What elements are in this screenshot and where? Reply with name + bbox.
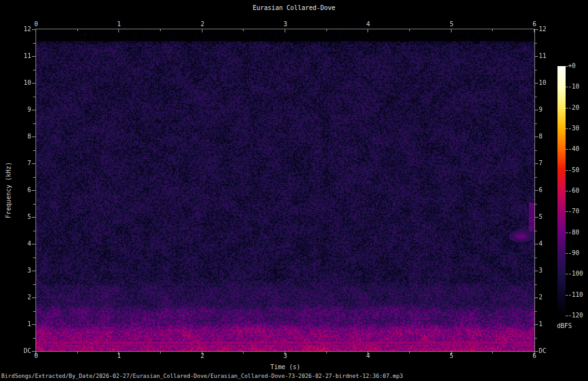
freq-tick-right	[534, 110, 538, 110]
freq-tick-label-left: 11	[12, 53, 31, 59]
time-tick-top	[36, 29, 36, 32]
freq-tick-label-right: 3	[539, 268, 557, 274]
freq-tick-label-left: 2	[12, 294, 31, 301]
time-tick-bottom	[409, 351, 410, 354]
time-tick-top	[285, 29, 285, 32]
freq-tick-label-right: 2	[539, 294, 557, 301]
freq-tick-right	[534, 297, 538, 298]
freq-tick-left	[33, 311, 36, 312]
freq-tick-left	[33, 177, 36, 178]
time-tick-label-bottom: 5	[442, 353, 461, 359]
time-tick-label-top: 5	[442, 21, 461, 27]
y-axis-title: Frequency (kHz)	[6, 162, 12, 218]
page-title: Eurasian Collared-Dove	[0, 5, 588, 11]
spectrogram-window: Eurasian Collared-Dove Frequency (kHz) T…	[0, 0, 588, 381]
colorbar-unit-label: dBFS	[557, 323, 572, 329]
freq-tick-label-right: 12	[539, 26, 557, 32]
freq-tick-left	[33, 258, 36, 258]
freq-tick-left	[32, 137, 36, 137]
freq-tick-right	[534, 43, 537, 44]
time-tick-top	[451, 29, 452, 32]
time-tick-top	[243, 29, 244, 31]
freq-tick-right	[534, 163, 538, 164]
freq-tick-label-left: 4	[12, 241, 31, 247]
colorbar-tick-label: -10	[568, 84, 588, 90]
freq-tick-label-left: 8	[12, 133, 31, 140]
freq-tick-right	[534, 204, 537, 205]
time-tick-label-bottom: 2	[193, 353, 212, 359]
freq-tick-label-left: 5	[12, 214, 31, 220]
freq-tick-left	[33, 284, 36, 285]
time-tick-label-top: 1	[110, 21, 128, 27]
colorbar-tick-label: -80	[568, 229, 588, 236]
freq-tick-label-left: 3	[12, 268, 31, 274]
colorbar-tick-label: -90	[568, 250, 588, 256]
freq-tick-right	[534, 70, 537, 70]
colorbar-tick-label: -20	[568, 105, 588, 111]
time-tick-top	[368, 29, 368, 32]
freq-tick-right	[534, 190, 538, 191]
freq-tick-right	[534, 284, 537, 285]
time-tick-top	[202, 29, 202, 32]
freq-tick-right	[534, 83, 538, 84]
time-tick-label-bottom: 4	[359, 353, 377, 359]
freq-tick-left	[32, 351, 36, 352]
freq-tick-right	[534, 177, 537, 178]
colorbar-tick-label: -50	[568, 167, 588, 173]
colorbar-gradient	[557, 66, 566, 316]
time-tick-label-bottom: 1	[110, 353, 128, 359]
freq-tick-label-right: 8	[539, 133, 557, 140]
freq-tick-right	[534, 311, 537, 312]
freq-tick-left	[33, 123, 36, 124]
time-tick-top	[326, 29, 327, 31]
freq-tick-left	[33, 338, 36, 339]
colorbar-tick-label: -60	[568, 188, 588, 194]
freq-tick-label-left: DC	[12, 348, 31, 354]
freq-tick-right	[534, 244, 538, 244]
time-tick-label-top: 2	[193, 21, 212, 27]
freq-tick-left	[33, 43, 36, 44]
time-tick-label-top: 4	[359, 21, 377, 27]
time-tick-top	[409, 29, 410, 31]
freq-tick-left	[33, 231, 36, 231]
freq-tick-right	[534, 123, 537, 124]
freq-tick-left	[33, 204, 36, 205]
freq-tick-label-right: 5	[539, 214, 557, 220]
freq-tick-right	[534, 56, 538, 57]
freq-tick-left	[32, 297, 36, 298]
freq-tick-left	[32, 244, 36, 244]
freq-tick-right	[534, 338, 537, 339]
colorbar-tick-label: -120	[568, 312, 588, 319]
freq-tick-label-right: 9	[539, 107, 557, 113]
colorbar-tick-label: +0	[568, 63, 588, 69]
time-tick-top	[77, 29, 78, 31]
freq-tick-right	[534, 137, 538, 137]
freq-tick-left	[33, 150, 36, 151]
freq-tick-left	[32, 56, 36, 57]
x-axis-title: Time (s)	[270, 364, 300, 370]
freq-tick-label-right: 10	[539, 80, 557, 86]
freq-tick-label-right: 1	[539, 321, 557, 327]
freq-tick-right	[534, 97, 537, 97]
freq-tick-label-right: 11	[539, 53, 557, 59]
freq-tick-right	[534, 324, 538, 325]
freq-tick-label-left: 9	[12, 107, 31, 113]
freq-tick-left	[33, 70, 36, 70]
freq-tick-left	[33, 97, 36, 97]
freq-tick-label-left: 10	[12, 80, 31, 86]
spectrogram-canvas	[36, 29, 534, 351]
colorbar-tick-label: -40	[568, 146, 588, 152]
freq-tick-label-right: 4	[539, 241, 557, 247]
freq-tick-label-left: 12	[12, 26, 31, 32]
time-tick-label-bottom: 3	[276, 353, 295, 359]
freq-tick-right	[534, 217, 538, 218]
freq-tick-left	[32, 110, 36, 110]
time-tick-bottom	[77, 351, 78, 354]
time-tick-bottom	[160, 351, 161, 354]
footer-file-path: BirdSongs/Extracted/By_Date/2026-02-27/E…	[1, 373, 403, 379]
freq-tick-label-left: 7	[12, 160, 31, 166]
freq-tick-right	[534, 351, 538, 352]
colorbar-tick-label: -70	[568, 208, 588, 215]
freq-tick-left	[32, 83, 36, 84]
freq-tick-left	[32, 217, 36, 218]
